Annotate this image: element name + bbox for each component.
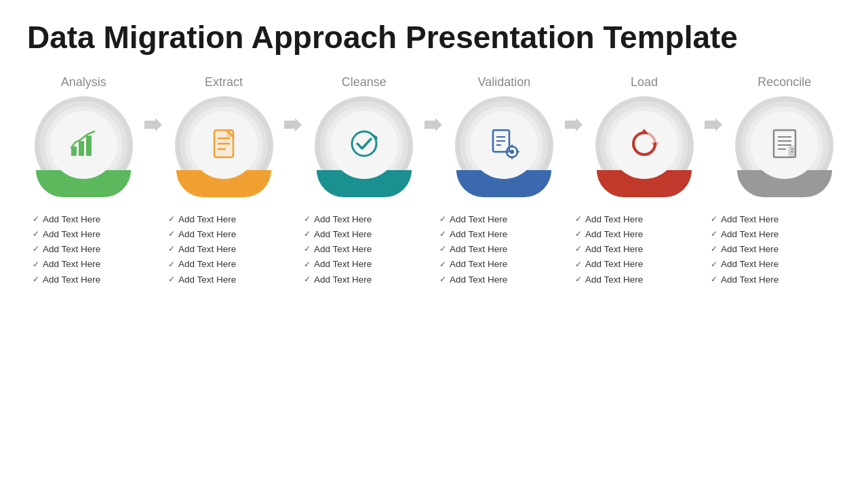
list-item-validation-0: Add Text Here [439,212,564,227]
svg-rect-32 [789,146,795,156]
lists-row: Add Text HereAdd Text HereAdd Text HereA… [27,212,841,287]
list-item-reconcile-2: Add Text Here [711,242,835,257]
steps-row: Analysis Extract [27,75,841,195]
arrow-2 [420,115,448,134]
list-item-cleanse-0: Add Text Here [304,212,429,227]
circle-inner-reconcile [751,111,818,179]
list-item-analysis-3: Add Text Here [33,257,157,272]
list-item-load-4: Add Text Here [575,272,700,287]
step-circle-validation [455,96,553,195]
doc-list-icon [768,127,801,163]
svg-point-18 [510,150,514,154]
step-circle-analysis [35,96,133,195]
step-list-load: Add Text HereAdd Text HereAdd Text HereA… [570,212,705,287]
step-label-extract: Extract [205,75,243,89]
svg-marker-12 [425,118,442,131]
circle-inner-cleanse [330,111,398,179]
arrow-3 [561,115,588,134]
step-circle-cleanse [315,96,413,195]
step-circle-load [595,96,694,195]
bar-chart-icon [67,127,100,163]
list-item-load-2: Add Text Here [575,242,700,257]
step-extract: Extract [167,75,281,195]
list-item-analysis-0: Add Text Here [33,212,157,227]
step-label-load: Load [631,75,658,89]
circle-inner-extract [190,111,258,179]
list-item-extract-2: Add Text Here [168,242,293,257]
arrow-0 [140,115,167,134]
list-item-validation-2: Add Text Here [439,242,564,257]
step-list-extract: Add Text HereAdd Text HereAdd Text HereA… [163,212,298,287]
list-item-reconcile-4: Add Text Here [711,272,835,287]
circle-inner-load [610,111,678,179]
doc-settings-icon [488,127,520,163]
circle-inner-validation [470,111,538,179]
step-label-analysis: Analysis [61,75,106,89]
list-item-cleanse-2: Add Text Here [304,242,429,257]
list-item-extract-4: Add Text Here [168,272,293,287]
list-item-validation-3: Add Text Here [439,257,564,272]
step-list-reconcile: Add Text HereAdd Text HereAdd Text HereA… [705,212,841,287]
page-title: Data Migration Approach Presentation Tem… [27,20,841,55]
step-reconcile: Reconcile [728,75,841,195]
svg-marker-26 [705,118,722,131]
list-item-reconcile-0: Add Text Here [711,212,835,227]
page: Data Migration Approach Presentation Tem… [0,0,868,488]
step-label-cleanse: Cleanse [342,75,387,89]
svg-marker-3 [144,118,162,131]
list-item-load-3: Add Text Here [575,257,700,272]
list-item-analysis-1: Add Text Here [33,227,157,242]
step-label-validation: Validation [477,75,530,89]
svg-rect-2 [86,136,92,156]
list-item-cleanse-1: Add Text Here [304,227,429,242]
list-item-cleanse-3: Add Text Here [304,257,429,272]
step-analysis: Analysis [27,75,140,195]
list-item-extract-3: Add Text Here [168,257,293,272]
svg-marker-9 [284,118,302,131]
check-circle-icon [348,127,380,163]
list-item-reconcile-3: Add Text Here [711,257,835,272]
arrow-4 [701,115,728,134]
step-list-analysis: Add Text HereAdd Text HereAdd Text HereA… [27,212,163,287]
svg-marker-23 [565,118,583,131]
arrow-1 [280,115,307,134]
svg-marker-24 [640,129,648,134]
circle-inner-analysis [50,111,117,179]
list-item-load-1: Add Text Here [575,227,700,242]
step-circle-reconcile [735,96,833,195]
svg-marker-25 [651,142,659,148]
list-item-load-0: Add Text Here [575,212,700,227]
list-item-validation-1: Add Text Here [439,227,564,242]
step-load: Load [588,75,701,195]
refresh-icon [628,127,660,163]
step-list-validation: Add Text HereAdd Text HereAdd Text HereA… [434,212,570,287]
step-list-cleanse: Add Text HereAdd Text HereAdd Text HereA… [298,212,434,287]
step-label-reconcile: Reconcile [757,75,811,89]
list-item-reconcile-1: Add Text Here [711,227,835,242]
step-cleanse: Cleanse [307,75,420,195]
list-item-extract-0: Add Text Here [168,212,293,227]
step-validation: Validation [448,75,561,195]
list-item-cleanse-4: Add Text Here [304,272,429,287]
list-item-analysis-4: Add Text Here [33,272,157,287]
svg-rect-1 [79,141,84,156]
list-item-extract-1: Add Text Here [168,227,293,242]
content-area: Analysis Extract [27,75,841,474]
step-circle-extract [175,96,273,195]
list-item-analysis-2: Add Text Here [33,242,157,257]
list-item-validation-4: Add Text Here [439,272,564,287]
document-icon [208,127,240,163]
